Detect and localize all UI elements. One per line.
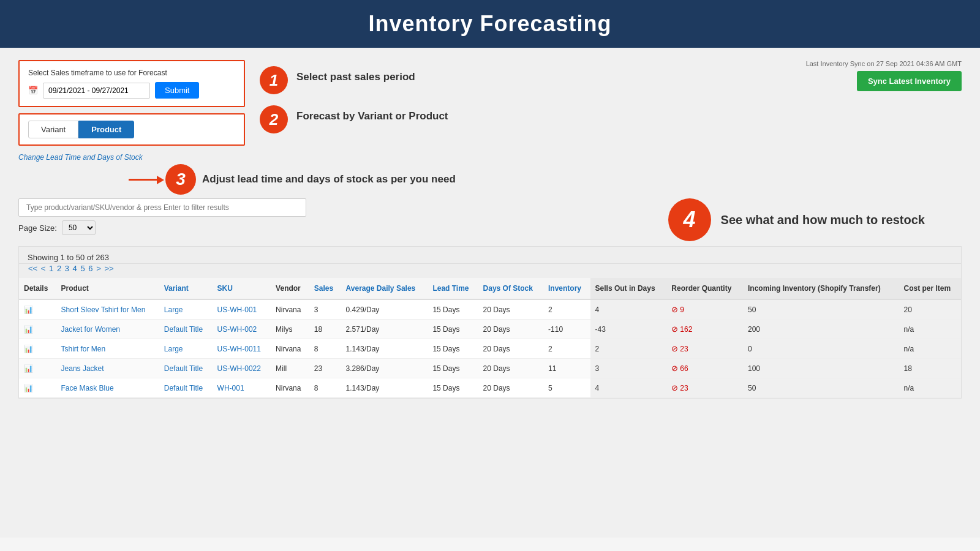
cell-details: 📊 bbox=[19, 359, 56, 378]
cell-variant: Large bbox=[159, 299, 213, 320]
annotation-step2: 2 Forecast by Variant or Product bbox=[260, 104, 448, 133]
cell-reorder-qty: ⊘162 bbox=[666, 320, 743, 339]
cell-sells-out: -43 bbox=[590, 320, 667, 339]
cell-sku: US-WH-0022 bbox=[213, 359, 271, 378]
cell-inventory: -110 bbox=[543, 320, 590, 339]
step1-text: Select past sales period bbox=[296, 65, 415, 83]
step3-text: Adjust lead time and days of stock as pe… bbox=[202, 173, 456, 186]
cell-sells-out: 3 bbox=[590, 359, 667, 378]
reorder-warning-icon: ⊘ bbox=[671, 344, 678, 353]
col-inventory: Inventory bbox=[543, 278, 590, 299]
cell-variant: Default Title bbox=[159, 378, 213, 398]
header: Inventory Forecasting bbox=[0, 0, 980, 48]
last-sync-text: Last Inventory Sync on 27 Sep 2021 04:36… bbox=[806, 60, 962, 67]
cell-avg-daily: 2.571/Day bbox=[341, 320, 428, 339]
step1-circle: 1 bbox=[260, 66, 288, 94]
col-cost: Cost per Item bbox=[899, 278, 962, 299]
page-size-label: Page Size: bbox=[18, 223, 57, 233]
table-row: 📊 Jacket for Women Default Title US-WH-0… bbox=[19, 320, 961, 339]
cell-sales: 3 bbox=[309, 299, 341, 320]
inventory-table: Details Product Variant SKU Vendor Sales… bbox=[19, 278, 961, 398]
cell-reorder-qty: ⊘9 bbox=[666, 299, 743, 320]
cell-avg-daily: 1.143/Day bbox=[341, 339, 428, 359]
cell-product: Short Sleev Tshirt for Men bbox=[56, 299, 159, 320]
chart-icon[interactable]: 📊 bbox=[24, 325, 33, 334]
cell-cost: n/a bbox=[899, 320, 962, 339]
lead-time-link[interactable]: Change Lead Time and Days of Stock bbox=[18, 153, 245, 162]
cell-vendor: Nirvana bbox=[271, 299, 309, 320]
col-incoming: Incoming Inventory (Shopify Transfer) bbox=[743, 278, 899, 299]
tabs-box: Variant Product bbox=[18, 113, 245, 146]
col-sells-out: Sells Out in Days bbox=[590, 278, 667, 299]
cell-reorder-qty: ⊘23 bbox=[666, 339, 743, 359]
cell-avg-daily: 3.286/Day bbox=[341, 359, 428, 378]
search-input[interactable] bbox=[18, 198, 306, 217]
cell-incoming: 50 bbox=[743, 378, 899, 398]
cell-incoming: 0 bbox=[743, 339, 899, 359]
table-row: 📊 Face Mask Blue Default Title WH-001 Ni… bbox=[19, 378, 961, 398]
cell-reorder-qty: ⊘23 bbox=[666, 378, 743, 398]
tab-product[interactable]: Product bbox=[78, 121, 134, 138]
table-row: 📊 Tshirt for Men Large US-WH-0011 Nirvan… bbox=[19, 339, 961, 359]
cell-inventory: 2 bbox=[543, 299, 590, 320]
cell-sku: US-WH-0011 bbox=[213, 339, 271, 359]
cell-inventory: 5 bbox=[543, 378, 590, 398]
col-product: Product bbox=[56, 278, 159, 299]
cell-inventory: 11 bbox=[543, 359, 590, 378]
col-lead-time: Lead Time bbox=[428, 278, 478, 299]
cell-vendor: Mill bbox=[271, 359, 309, 378]
cell-cost: 18 bbox=[899, 359, 962, 378]
sync-button[interactable]: Sync Latest Inventory bbox=[857, 71, 962, 91]
cell-days-stock: 20 Days bbox=[478, 320, 543, 339]
cell-days-stock: 20 Days bbox=[478, 299, 543, 320]
date-range-input[interactable] bbox=[43, 83, 150, 99]
page-size-select[interactable]: 10 25 50 100 bbox=[62, 220, 96, 235]
cell-sales: 8 bbox=[309, 378, 341, 398]
cell-days-stock: 20 Days bbox=[478, 378, 543, 398]
cell-days-stock: 20 Days bbox=[478, 359, 543, 378]
cell-avg-daily: 1.143/Day bbox=[341, 378, 428, 398]
cell-details: 📊 bbox=[19, 378, 56, 398]
cell-variant: Default Title bbox=[159, 359, 213, 378]
chart-icon[interactable]: 📊 bbox=[24, 345, 33, 353]
timeframe-box: Select Sales timeframe to use for Foreca… bbox=[18, 60, 245, 107]
cell-product: Jeans Jacket bbox=[56, 359, 159, 378]
cell-lead-time: 15 Days bbox=[428, 359, 478, 378]
cell-lead-time: 15 Days bbox=[428, 378, 478, 398]
cell-product: Tshirt for Men bbox=[56, 339, 159, 359]
cell-lead-time: 15 Days bbox=[428, 320, 478, 339]
step4-circle: 4 bbox=[668, 198, 711, 241]
cell-sales: 8 bbox=[309, 339, 341, 359]
step2-text: Forecast by Variant or Product bbox=[296, 104, 448, 122]
cell-cost: n/a bbox=[899, 378, 962, 398]
chart-icon[interactable]: 📊 bbox=[24, 305, 33, 314]
cell-sku: WH-001 bbox=[213, 378, 271, 398]
cell-incoming: 50 bbox=[743, 299, 899, 320]
tab-variant[interactable]: Variant bbox=[28, 121, 78, 138]
chart-icon[interactable]: 📊 bbox=[24, 364, 33, 373]
cell-sales: 23 bbox=[309, 359, 341, 378]
submit-button[interactable]: Submit bbox=[155, 82, 199, 99]
cell-sells-out: 4 bbox=[590, 378, 667, 398]
reorder-warning-icon: ⊘ bbox=[671, 305, 678, 314]
pagination: << < 1 2 3 4 5 6 > >> bbox=[19, 264, 961, 278]
chart-icon[interactable]: 📊 bbox=[24, 384, 33, 392]
cell-sku: US-WH-001 bbox=[213, 299, 271, 320]
cell-vendor: Nirvana bbox=[271, 378, 309, 398]
page-title: Inventory Forecasting bbox=[0, 11, 980, 37]
reorder-warning-icon: ⊘ bbox=[671, 364, 678, 373]
cell-vendor: Milys bbox=[271, 320, 309, 339]
col-details: Details bbox=[19, 278, 56, 299]
cell-inventory: 2 bbox=[543, 339, 590, 359]
cell-sku: US-WH-002 bbox=[213, 320, 271, 339]
col-sku: SKU bbox=[213, 278, 271, 299]
cell-product: Jacket for Women bbox=[56, 320, 159, 339]
col-days-stock: Days Of Stock bbox=[478, 278, 543, 299]
reorder-warning-icon: ⊘ bbox=[671, 324, 678, 334]
table-info: Showing 1 to 50 of 263 bbox=[19, 247, 961, 264]
cell-days-stock: 20 Days bbox=[478, 339, 543, 359]
showing-label: Showing 1 to 50 of 263 bbox=[28, 253, 109, 262]
cell-cost: n/a bbox=[899, 339, 962, 359]
table-row: 📊 Short Sleev Tshirt for Men Large US-WH… bbox=[19, 299, 961, 320]
step2-circle: 2 bbox=[260, 105, 288, 133]
